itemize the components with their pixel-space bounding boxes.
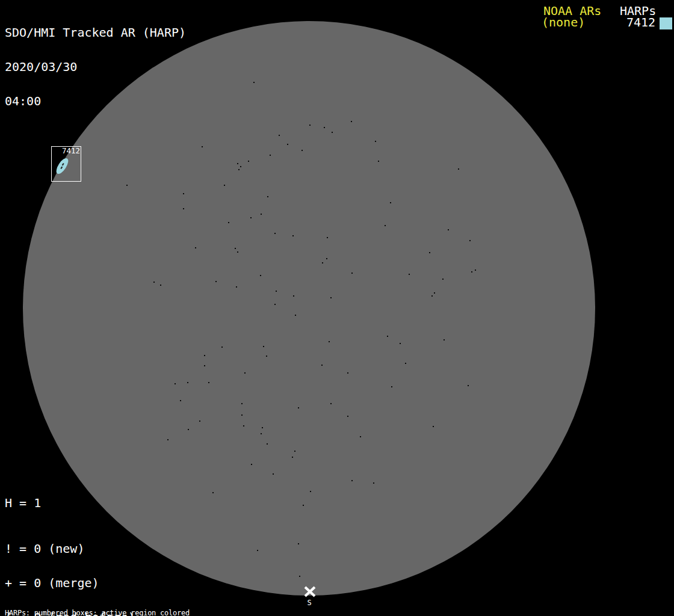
harps-value: 7412: [626, 17, 655, 28]
magnetic-speckle: [373, 482, 374, 484]
magnetic-speckle: [244, 372, 246, 374]
magnetic-speckle: [261, 214, 262, 215]
magnetic-speckle: [167, 439, 168, 440]
magnetic-speckle: [187, 382, 188, 383]
legend-harp-count: H = 1: [5, 497, 41, 509]
magnetic-speckle: [260, 275, 261, 276]
magnetic-speckle: [153, 282, 155, 283]
magnetic-speckle: [257, 550, 258, 551]
magnetic-speckle: [303, 505, 304, 506]
magnetic-speckle: [295, 315, 296, 316]
magnetic-speckle: [299, 576, 300, 577]
magnetic-speckle: [180, 400, 181, 401]
magnetic-speckle: [248, 161, 249, 162]
magnetic-speckle: [287, 144, 288, 145]
magnetic-speckle: [261, 433, 262, 434]
magnetic-speckle: [293, 295, 294, 297]
magnetic-speckle: [199, 420, 200, 422]
magnetic-speckle: [188, 429, 189, 430]
magnetic-speckle: [262, 427, 263, 428]
magnetic-speckle: [448, 229, 449, 230]
magnetic-speckle: [327, 237, 328, 238]
magnetic-speckle: [195, 247, 196, 248]
magnetic-speckle: [347, 416, 348, 417]
magnetic-speckle: [279, 135, 280, 136]
magnetic-speckle: [329, 341, 330, 342]
magnetic-speckle: [442, 279, 444, 280]
magnetic-speckle: [175, 383, 176, 384]
harp-color-swatch: [660, 17, 672, 29]
magnetic-speckle: [405, 363, 406, 364]
magnetic-speckle: [347, 372, 348, 374]
magnetic-speckle: [241, 414, 243, 416]
magnetic-speckle: [298, 407, 299, 408]
magnetic-speckle: [208, 382, 209, 383]
magnetic-speckle: [237, 163, 238, 164]
magnetic-speckle: [387, 336, 388, 337]
magnetic-speckle: [263, 346, 264, 347]
magnetic-speckle: [434, 292, 435, 294]
magnetic-speckle: [202, 146, 203, 147]
magnetic-speckle: [391, 386, 392, 387]
title-block: SDO/HMI Tracked AR (HARP) 2020/03/30 04:…: [5, 4, 186, 130]
magnetic-speckle: [301, 150, 303, 151]
magnetic-speckle: [431, 295, 433, 297]
magnetic-speckle: [378, 161, 379, 162]
magnetic-speckle: [212, 492, 214, 493]
footer-captions: HARPs: numbered boxes; active region col…: [5, 596, 249, 616]
legend-item-new: ! = 0 (new): [5, 543, 143, 555]
active-region-dark-pixel: [62, 163, 64, 165]
harp-plot-canvas: 7412 S SDO/HMI Tracked AR (HARP) 2020/03…: [0, 0, 674, 616]
magnetic-speckle: [309, 125, 311, 126]
magnetic-speckle: [351, 480, 353, 481]
active-region-dark-pixel: [60, 167, 63, 169]
magnetic-speckle: [310, 491, 311, 492]
footer-harps-caption: HARPs: numbered boxes; active region col…: [5, 610, 249, 616]
magnetic-speckle: [330, 403, 332, 404]
magnetic-speckle: [294, 451, 295, 452]
magnetic-speckle: [292, 457, 293, 458]
magnetic-speckle: [292, 235, 294, 236]
plot-time: 04:00: [5, 96, 186, 107]
magnetic-speckle: [204, 365, 205, 366]
plot-date: 2020/03/30: [5, 61, 186, 73]
harp-box-label: 7412: [62, 147, 80, 155]
magnetic-speckle: [458, 168, 459, 170]
magnetic-speckle: [267, 443, 268, 445]
magnetic-speckle: [298, 543, 299, 544]
magnetic-speckle: [267, 196, 268, 197]
magnetic-speckle: [270, 155, 271, 156]
magnetic-speckle: [400, 343, 401, 344]
magnetic-speckle: [183, 208, 184, 209]
magnetic-speckle: [274, 233, 276, 234]
magnetic-speckle: [390, 202, 391, 203]
magnetic-speckle: [183, 193, 184, 194]
magnetic-speckle: [429, 252, 430, 253]
magnetic-speckle: [221, 346, 223, 348]
magnetic-speckle: [276, 291, 277, 292]
magnetic-speckle: [253, 82, 255, 83]
south-pole-label: S: [305, 599, 314, 606]
magnetic-speckle: [204, 355, 205, 356]
magnetic-speckle: [250, 217, 252, 218]
magnetic-speckle: [351, 121, 352, 122]
magnetic-speckle: [330, 297, 332, 298]
magnetic-speckle: [471, 271, 472, 273]
magnetic-speckle: [266, 356, 267, 357]
magnetic-speckle: [160, 285, 161, 286]
magnetic-speckle: [360, 436, 361, 437]
magnetic-speckle: [409, 274, 410, 275]
magnetic-speckle: [385, 225, 386, 226]
magnetic-speckle: [351, 273, 353, 274]
magnetic-speckle: [228, 222, 229, 223]
legend-item-merge: + = 0 (merge): [5, 578, 143, 589]
magnetic-speckle: [235, 248, 236, 249]
magnetic-speckle: [251, 464, 252, 465]
magnetic-speckle: [215, 281, 217, 282]
magnetic-speckle: [243, 425, 244, 427]
magnetic-speckle: [375, 141, 376, 142]
magnetic-speckle: [236, 286, 237, 288]
magnetic-speckle: [237, 251, 238, 253]
magnetic-speckle: [469, 240, 471, 241]
plot-title: SDO/HMI Tracked AR (HARP): [5, 27, 186, 38]
